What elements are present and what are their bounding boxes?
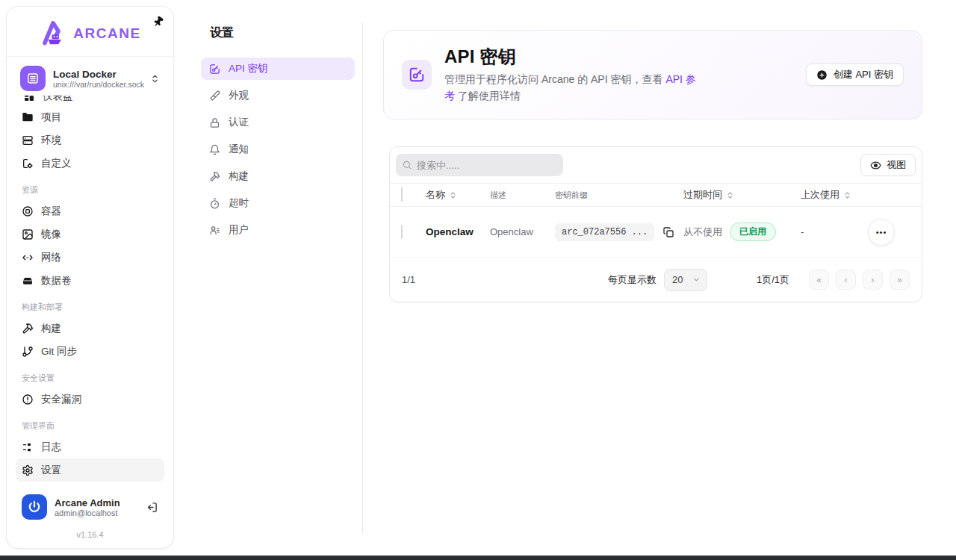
create-api-key-button[interactable]: 创建 API 密钥 (806, 63, 904, 86)
sidebar-item-label: 设置 (41, 464, 61, 477)
docker-host-icon (20, 66, 46, 91)
sidebar-item-volumes[interactable]: 数据卷 (16, 269, 164, 292)
row-actions-button[interactable]: ••• (868, 219, 895, 246)
sidebar-item-images[interactable]: 镜像 (16, 223, 164, 246)
last-page-button[interactable]: » (890, 270, 910, 290)
user-card[interactable]: Arcane Admin admin@localhost (16, 487, 164, 524)
settings-tab-timeouts[interactable]: 超时 (201, 192, 355, 214)
column-header-description[interactable]: 描述 (490, 190, 555, 201)
api-key-expiry: 从不使用 (683, 225, 722, 239)
settings-tab-users[interactable]: 用户 (201, 219, 355, 241)
view-button-label: 视图 (887, 158, 906, 172)
customize-icon (22, 158, 34, 169)
page-description-text: 管理用于程序化访问 Arcane 的 API 密钥，查看 (444, 73, 665, 85)
column-header-name[interactable]: 名称 (426, 188, 490, 202)
column-label: 上次使用 (801, 188, 839, 202)
server-icon (22, 134, 34, 146)
docker-host-selector[interactable]: Local Docker unix:///var/run/docker.sock (16, 63, 164, 96)
prev-page-button[interactable]: ‹ (836, 270, 856, 290)
settings-nav: 设置 API 密钥 外观 认证 (174, 0, 362, 534)
image-icon (22, 228, 34, 240)
settings-tab-appearance[interactable]: 外观 (201, 84, 355, 107)
per-page-label: 每页显示数 (608, 273, 657, 287)
sidebar-item-label: 网络 (41, 251, 61, 264)
window-edge (0, 556, 956, 560)
column-label: 过期时间 (683, 188, 722, 202)
next-page-button[interactable]: › (863, 270, 883, 290)
sidebar-item-label: 安全漏洞 (41, 393, 81, 406)
chevrons-up-down-icon (150, 74, 160, 84)
settings-nav-title: 设置 (210, 25, 355, 41)
column-header-last-used[interactable]: 上次使用 (801, 188, 859, 202)
docker-host-socket: unix:///var/run/docker.sock (53, 80, 143, 89)
bell-icon (209, 144, 220, 155)
settings-tab-notifications[interactable]: 通知 (201, 138, 355, 161)
sidebar-item-label: 环境 (41, 134, 61, 147)
settings-tab-builds[interactable]: 构建 (201, 165, 355, 187)
section-admin: 管理界面 (22, 420, 158, 432)
section-resources: 资源 (22, 184, 158, 196)
sidebar-item-environments[interactable]: 环境 (16, 128, 164, 152)
sidebar-item-label: 镜像 (41, 228, 61, 241)
sidebar-item-label: 容器 (41, 205, 61, 218)
search-input[interactable] (396, 154, 563, 176)
sidebar-item-dashboard[interactable]: 仪表盘 (17, 96, 163, 105)
gear-icon (22, 464, 34, 476)
docker-host-meta: Local Docker unix:///var/run/docker.sock (53, 69, 143, 89)
network-icon (22, 252, 34, 264)
column-header-key-prefix[interactable]: 密钥前缀 (555, 190, 683, 201)
hammer-icon (209, 171, 220, 182)
view-button[interactable]: 视图 (860, 154, 916, 176)
timer-icon (209, 198, 220, 209)
create-api-key-label: 创建 API 密钥 (834, 68, 893, 81)
settings-tab-label: 认证 (229, 116, 249, 129)
sidebar-item-label: 仪表盘 (43, 96, 73, 103)
hard-drive-icon (22, 275, 34, 287)
select-all-checkbox[interactable] (401, 187, 403, 202)
sidebar-item-label: 日志 (41, 441, 61, 454)
per-page-select[interactable]: 20 (664, 269, 707, 291)
docker-host-name: Local Docker (53, 69, 143, 80)
sidebar-item-projects[interactable]: 项目 (16, 105, 164, 128)
page-info: 1页/1页 (757, 273, 789, 287)
sort-icon (726, 191, 734, 199)
user-name: Arcane Admin (55, 497, 138, 508)
api-key-icon (402, 60, 432, 90)
row-checkbox[interactable] (401, 225, 403, 239)
eye-icon (870, 160, 881, 171)
table-footer: 1/1 每页显示数 20 1页/1页 « ‹ › » (390, 258, 922, 302)
sidebar-item-git-sync[interactable]: Git 同步 (16, 340, 164, 363)
first-page-button[interactable]: « (809, 270, 829, 290)
api-keys-table-card: 视图 名称 描述 密钥前缀 过期时间 (389, 146, 922, 302)
clipped-nav-row: 仪表盘 (17, 96, 163, 105)
copy-icon[interactable] (662, 226, 674, 238)
per-page-value: 20 (672, 274, 683, 285)
sidebar-item-networks[interactable]: 网络 (16, 246, 164, 269)
sidebar-item-settings[interactable]: 设置 (16, 458, 164, 482)
sidebar-item-customize[interactable]: 自定义 (16, 152, 164, 175)
hammer-icon (22, 323, 34, 335)
status-badge: 已启用 (730, 223, 776, 241)
folder-icon (22, 111, 34, 123)
sidebar-item-containers[interactable]: 容器 (16, 199, 164, 223)
sidebar-item-builds[interactable]: 构建 (16, 317, 164, 340)
arcane-ship-logo-icon (39, 19, 67, 48)
dashboard-icon (23, 96, 35, 102)
app-version: v1.16.4 (16, 524, 164, 542)
sidebar-item-label: 项目 (41, 111, 61, 124)
selection-range: 1/1 (402, 274, 415, 285)
page-description-text: 了解使用详情 (455, 90, 521, 102)
alert-circle-icon (22, 393, 34, 405)
sidebar-item-logs[interactable]: 日志 (16, 435, 164, 458)
sort-icon (449, 191, 457, 199)
users-icon (209, 225, 220, 236)
logout-icon[interactable] (146, 501, 158, 514)
chevron-down-icon (692, 276, 701, 284)
settings-tab-label: 构建 (229, 169, 249, 183)
column-header-expires[interactable]: 过期时间 (683, 188, 801, 202)
pin-icon[interactable] (152, 16, 164, 28)
sidebar-item-vulnerabilities[interactable]: 安全漏洞 (16, 388, 164, 411)
avatar (22, 494, 47, 520)
settings-tab-authentication[interactable]: 认证 (201, 111, 355, 134)
settings-tab-api-keys[interactable]: API 密钥 (201, 57, 355, 80)
